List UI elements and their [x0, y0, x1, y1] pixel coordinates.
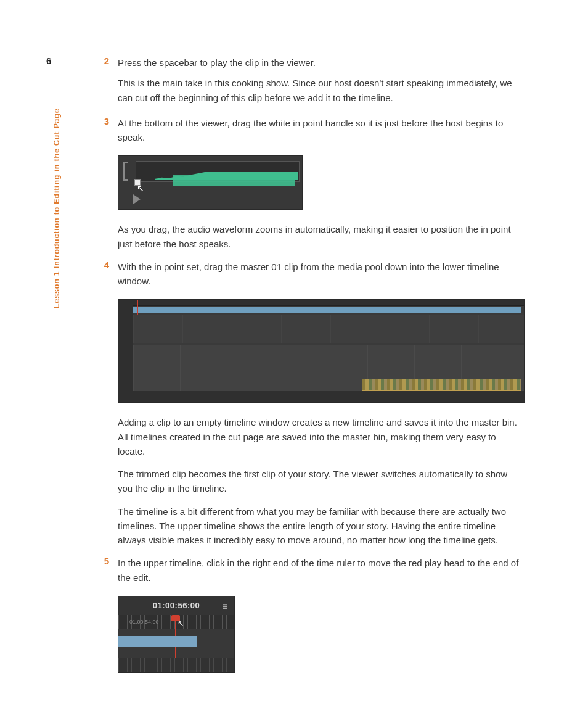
step-2: 2 Press the spacebar to play the clip in… — [96, 56, 521, 111]
step-4: 4 With the in point set, drag the master… — [96, 260, 521, 295]
body-paragraph: The timeline is a bit different from wha… — [118, 505, 521, 548]
in-point-bracket-icon — [123, 162, 128, 181]
step-text: Press the spacebar to play the clip in t… — [118, 56, 521, 70]
audio-waveform-peaks — [155, 167, 298, 180]
timeline-clip-bar[interactable] — [118, 636, 197, 647]
video-clip-thumbnail-strip[interactable] — [362, 379, 521, 391]
ruler-tick-label: 01:00:54:00 — [129, 619, 159, 625]
step-number: 5 — [96, 556, 118, 591]
step-text: This is the main take in this cooking sh… — [118, 76, 521, 105]
timecode-value: 01:00:56:00 — [153, 601, 200, 610]
body-paragraph: The trimmed clip becomes the first clip … — [118, 467, 521, 496]
figure-upper-timeline-ruler: 01:00:56:00 ≡ 01:00:54:00 ↖ — [118, 596, 521, 673]
step-number: 2 — [96, 56, 118, 111]
timeline-sidebar — [118, 300, 133, 402]
body-paragraph: As you drag, the audio waveform zooms in… — [118, 222, 521, 251]
viewer-strip — [136, 161, 300, 182]
play-icon — [133, 194, 141, 204]
menu-icon[interactable]: ≡ — [222, 601, 228, 613]
step-text: At the bottom of the viewer, drag the wh… — [118, 116, 521, 145]
step-5: 5 In the upper timeline, click in the ri… — [96, 556, 521, 591]
step-number: 4 — [96, 260, 118, 295]
upper-timeline-track — [133, 307, 521, 313]
cursor-icon: ↖ — [137, 183, 144, 193]
step-text: With the in point set, drag the master 0… — [118, 260, 521, 289]
timeline-footer — [118, 391, 524, 402]
timecode-display: 01:00:56:00 ≡ — [118, 596, 234, 615]
step-3: 3 At the bottom of the viewer, drag the … — [96, 116, 521, 151]
body-paragraph: Adding a clip to an empty timeline windo… — [118, 415, 521, 458]
figure-timeline-window — [118, 299, 521, 403]
step-text: In the upper timeline, click in the righ… — [118, 556, 521, 585]
upper-time-ruler[interactable] — [133, 300, 524, 306]
step-number: 3 — [96, 116, 118, 151]
figure-waveform-viewer: ↖ — [118, 155, 521, 210]
upper-timeline[interactable] — [133, 315, 524, 343]
lower-ruler — [118, 658, 234, 672]
chapter-sidebar-label: Lesson 1 Introduction to Editing in the … — [52, 108, 61, 308]
grid-lines — [133, 315, 524, 343]
page-number: 6 — [46, 56, 51, 66]
cursor-icon: ↖ — [178, 619, 184, 628]
playhead-marker[interactable] — [137, 300, 138, 315]
